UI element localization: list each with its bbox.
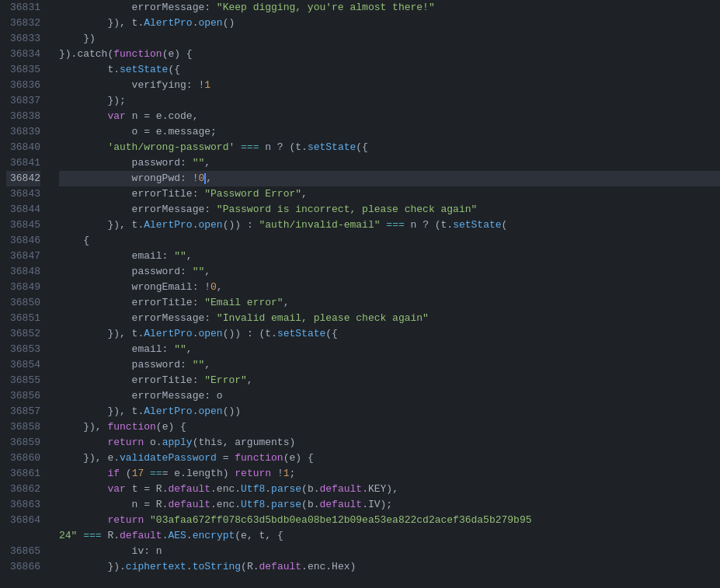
code-line: }), function(e) { xyxy=(59,419,720,435)
code-line: password: "", xyxy=(59,155,720,171)
code-line: }), t.AlertPro.open()) : (t.setState({ xyxy=(59,326,720,342)
line-number xyxy=(6,528,40,544)
code-line: }), e.validatePassword = function(e) { xyxy=(59,451,720,466)
code-line: password: "", xyxy=(59,264,720,280)
line-number: 36865 xyxy=(6,544,40,559)
line-number: 36866 xyxy=(6,559,40,575)
line-number: 36839 xyxy=(6,124,40,140)
line-number: 36833 xyxy=(6,31,40,47)
code-line: t.setState({ xyxy=(59,62,720,78)
line-number: 36846 xyxy=(6,233,40,249)
line-number: 36863 xyxy=(6,497,40,513)
code-line: n = R.default.enc.Utf8.parse(b.default.I… xyxy=(59,497,720,513)
code-line: return o.apply(this, arguments) xyxy=(59,435,720,451)
code-line: var t = R.default.enc.Utf8.parse(b.defau… xyxy=(59,482,720,497)
code-line: errorTitle: "Email error", xyxy=(59,295,720,311)
line-number: 36848 xyxy=(6,264,40,280)
line-number: 36854 xyxy=(6,357,40,373)
line-number: 36836 xyxy=(6,78,40,93)
line-number: 36857 xyxy=(6,404,40,419)
line-number: 36844 xyxy=(6,202,40,217)
line-number: 36838 xyxy=(6,109,40,124)
code-line: wrongPwd: !0, xyxy=(59,171,720,186)
line-number: 36860 xyxy=(6,451,40,466)
code-line: }); xyxy=(59,93,720,109)
code-line: }), t.AlertPro.open()) xyxy=(59,404,720,419)
code-line: errorMessage: "Password is incorrect, pl… xyxy=(59,202,720,217)
line-number: 36834 xyxy=(6,47,40,62)
line-number: 36850 xyxy=(6,295,40,311)
code-line: { xyxy=(59,233,720,249)
code-line: }) xyxy=(59,31,720,47)
code-line: errorMessage: o xyxy=(59,388,720,404)
code-line: errorMessage: "Invalid email, please che… xyxy=(59,311,720,326)
code-line: errorTitle: "Password Error", xyxy=(59,186,720,202)
code-line: email: "", xyxy=(59,342,720,357)
code-line: o = e.message; xyxy=(59,124,720,140)
line-number: 36841 xyxy=(6,155,40,171)
line-number: 36864 xyxy=(6,513,40,528)
code-line: 24" === R.default.AES.encrypt(e, t, { xyxy=(59,528,720,544)
line-numbers: 3683136832368333683436835368363683736838… xyxy=(0,0,47,588)
code-line: errorTitle: "Error", xyxy=(59,373,720,388)
code-line: verifying: !1 xyxy=(59,78,720,93)
line-number: 36843 xyxy=(6,186,40,202)
code-line: email: "", xyxy=(59,249,720,264)
code-line: wrongEmail: !0, xyxy=(59,280,720,295)
code-line: var n = e.code, xyxy=(59,109,720,124)
line-number: 36851 xyxy=(6,311,40,326)
line-number: 36862 xyxy=(6,482,40,497)
code-line: iv: n xyxy=(59,544,720,559)
code-line: 'auth/wrong-password' === n ? (t.setStat… xyxy=(59,140,720,155)
code-line: }), t.AlertPro.open()) : "auth/invalid-e… xyxy=(59,217,720,233)
code-line: return "03afaa672ff078c63d5bdb0ea08be12b… xyxy=(59,513,720,528)
code-content[interactable]: errorMessage: "Keep digging, you're almo… xyxy=(47,0,720,588)
code-line: if (17 === e.length) return !1; xyxy=(59,466,720,482)
line-number: 36852 xyxy=(6,326,40,342)
line-number: 36856 xyxy=(6,388,40,404)
line-number: 36853 xyxy=(6,342,40,357)
code-line: }).catch(function(e) { xyxy=(59,47,720,62)
line-number: 36840 xyxy=(6,140,40,155)
line-number: 36831 xyxy=(6,0,40,16)
line-number: 36858 xyxy=(6,419,40,435)
line-number: 36855 xyxy=(6,373,40,388)
code-line: }), t.AlertPro.open() xyxy=(59,16,720,31)
line-number: 36859 xyxy=(6,435,40,451)
code-line: }).ciphertext.toString(R.default.enc.Hex… xyxy=(59,559,720,575)
line-number: 36837 xyxy=(6,93,40,109)
line-number: 36849 xyxy=(6,280,40,295)
line-number: 36842 xyxy=(6,171,40,186)
line-number: 36832 xyxy=(6,16,40,31)
code-line: errorMessage: "Keep digging, you're almo… xyxy=(59,0,720,16)
code-editor: 3683136832368333683436835368363683736838… xyxy=(0,0,720,588)
line-number: 36835 xyxy=(6,62,40,78)
line-number: 36861 xyxy=(6,466,40,482)
code-line: password: "", xyxy=(59,357,720,373)
line-number: 36845 xyxy=(6,217,40,233)
line-number: 36847 xyxy=(6,249,40,264)
